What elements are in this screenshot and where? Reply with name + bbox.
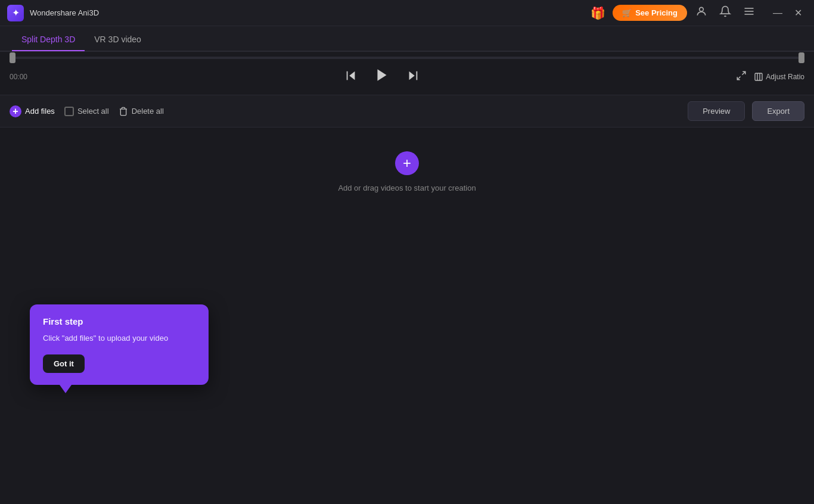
- file-area: + Add files Select all Delete all Previe…: [0, 95, 814, 216]
- svg-marker-6: [377, 69, 386, 81]
- svg-line-10: [738, 77, 741, 80]
- preview-button[interactable]: Preview: [688, 101, 745, 121]
- cart-icon: 🛒: [622, 8, 632, 17]
- app-logo: ✦: [7, 5, 24, 21]
- got-it-button[interactable]: Got it: [43, 354, 85, 373]
- file-toolbar: + Add files Select all Delete all Previe…: [0, 95, 814, 127]
- tab-vr-3d[interactable]: VR 3D video: [85, 29, 151, 51]
- title-bar: ✦ Wondershare Ani3D 🎁 🛒 See Pricing — ✕: [0, 0, 814, 26]
- file-toolbar-right: Preview Export: [688, 101, 804, 121]
- svg-marker-4: [349, 71, 355, 80]
- add-video-button[interactable]: +: [395, 151, 419, 175]
- adjust-ratio-button[interactable]: Adjust Ratio: [754, 72, 804, 82]
- account-icon[interactable]: [692, 3, 711, 23]
- export-button[interactable]: Export: [752, 101, 804, 121]
- scrubber-area[interactable]: [0, 52, 814, 59]
- time-display: 00:00: [10, 73, 27, 81]
- controls-right: Adjust Ratio: [736, 70, 804, 83]
- menu-icon[interactable]: [740, 3, 759, 23]
- title-bar-left: ✦ Wondershare Ani3D: [7, 5, 99, 21]
- gift-button[interactable]: 🎁: [588, 4, 608, 23]
- add-files-plus-icon: +: [10, 105, 21, 117]
- first-step-popover: First step Click "add files" to upload y…: [30, 304, 209, 385]
- scrubber-knob-right[interactable]: [799, 52, 804, 63]
- title-bar-right: 🎁 🛒 See Pricing — ✕: [588, 3, 807, 23]
- empty-state: + Add or drag videos to start your creat…: [0, 127, 814, 216]
- controls-center: [342, 65, 422, 89]
- play-button[interactable]: [372, 65, 392, 89]
- notification-icon[interactable]: [716, 3, 735, 23]
- tabs-bar: Split Depth 3D VR 3D video: [0, 26, 814, 51]
- delete-all-button[interactable]: Delete all: [119, 107, 164, 116]
- scrubber-knob-left[interactable]: [10, 52, 15, 63]
- svg-marker-7: [409, 71, 414, 80]
- fullscreen-button[interactable]: [736, 70, 747, 83]
- app-title: Wondershare Ani3D: [30, 8, 99, 17]
- svg-rect-11: [755, 73, 762, 80]
- select-all-button[interactable]: Select all: [64, 107, 109, 116]
- svg-line-9: [742, 71, 745, 74]
- tab-split-depth[interactable]: Split Depth 3D: [12, 29, 85, 51]
- skip-forward-button[interactable]: [404, 67, 422, 88]
- window-controls: — ✕: [768, 5, 807, 21]
- playback-area: 00:00: [0, 51, 814, 95]
- popover-description: Click "add files" to upload your video: [43, 332, 195, 344]
- select-all-checkbox[interactable]: [64, 107, 74, 116]
- see-pricing-button[interactable]: 🛒 See Pricing: [613, 5, 687, 21]
- svg-point-0: [700, 7, 704, 11]
- empty-state-text: Add or drag videos to start your creatio…: [338, 183, 476, 192]
- minimize-button[interactable]: —: [768, 5, 787, 21]
- playback-controls: 00:00: [0, 59, 814, 95]
- content-wrapper: 00:00: [0, 51, 814, 216]
- close-button[interactable]: ✕: [790, 5, 807, 21]
- add-files-button[interactable]: + Add files: [10, 105, 55, 117]
- scrubber-track[interactable]: [10, 57, 804, 59]
- skip-back-button[interactable]: [342, 67, 360, 88]
- popover-arrow: [60, 385, 72, 393]
- trash-icon: [119, 107, 128, 116]
- popover-title: First step: [43, 316, 195, 326]
